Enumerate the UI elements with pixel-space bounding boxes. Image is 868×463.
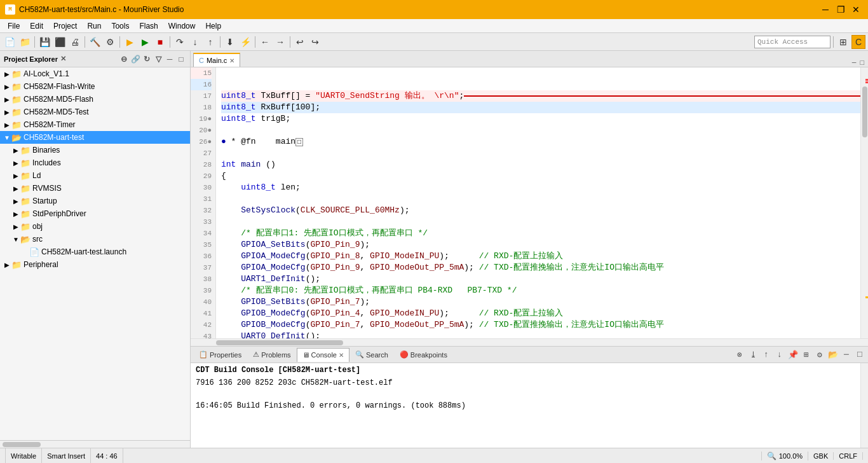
menu-file[interactable]: File [3, 20, 25, 32]
link-editor-button[interactable]: 🔗 [130, 54, 140, 64]
folder-icon: 📁 [11, 120, 22, 130]
tree-item-peripheral[interactable]: ▶ 📁 Peripheral [0, 258, 190, 271]
tab-max-button[interactable]: □ [858, 59, 865, 67]
folder-icon: 📁 [20, 171, 31, 181]
build-all-button[interactable]: ⚙ [103, 35, 117, 49]
status-line-ending: CRLF [834, 452, 863, 460]
perspective-button[interactable]: ⊞ [836, 35, 850, 49]
tree-item-flash-write[interactable]: ▶ 📁 CH582M-Flash-Write [0, 80, 190, 93]
tab-close-button[interactable]: ✕ [229, 57, 234, 64]
menu-run[interactable]: Run [82, 20, 106, 32]
forward-button[interactable]: → [273, 35, 287, 49]
tree-item-obj[interactable]: ▶ 📁 obj [0, 220, 190, 233]
sidebar-minimize-button[interactable]: ─ [165, 54, 175, 64]
back-button[interactable]: ← [258, 35, 272, 49]
debug-button[interactable]: ▶ [123, 35, 137, 49]
minimize-button[interactable]: ─ [818, 3, 832, 17]
step-return-button[interactable]: ↑ [203, 35, 217, 49]
console-settings-button[interactable]: ⚙ [814, 349, 825, 361]
maximize-button[interactable]: ❐ [834, 3, 848, 17]
console-tab-close[interactable]: ✕ [339, 352, 344, 359]
menu-flash[interactable]: Flash [134, 20, 163, 32]
tab-console[interactable]: 🖥 Console ✕ [297, 348, 349, 362]
collapse-all-button[interactable]: ⊖ [119, 54, 129, 64]
tree-item-startup[interactable]: ▶ 📁 Startup [0, 195, 190, 207]
menu-help[interactable]: Help [200, 20, 226, 32]
redo-button[interactable]: ↪ [308, 35, 322, 49]
menu-window[interactable]: Window [163, 20, 201, 32]
console-min-button[interactable]: ─ [841, 349, 852, 361]
scroll-lock-button[interactable]: ⤓ [747, 349, 759, 361]
sidebar-close-icon[interactable]: ✕ [60, 55, 66, 63]
tab-search[interactable]: 🔍 Search [349, 348, 394, 362]
tree-item-stdperiph[interactable]: ▶ 📁 StdPeriphDriver [0, 207, 190, 220]
run-button[interactable]: ▶ [138, 35, 152, 49]
console-area[interactable]: CDT Build Console [CH582M-uart-test] 791… [191, 363, 860, 448]
folder-open-icon: 📂 [11, 133, 22, 142]
tab-breakpoints[interactable]: 🔴 Breakpoints [394, 348, 453, 362]
code-line-40: GPIOB_ModeCfg(GPIO_Pin_7, GPIO_ModeOut_P… [221, 319, 860, 331]
tree-item-src[interactable]: ▼ 📂 src [0, 233, 190, 245]
folder-icon: 📁 [11, 107, 22, 117]
sidebar-maximize-button[interactable]: □ [176, 54, 186, 64]
code-area[interactable]: uint8_t TxBuff[] = "UART0_SendString 输出。… [216, 67, 860, 338]
close-button[interactable]: ✕ [849, 3, 863, 17]
tab-properties[interactable]: 📋 Properties [193, 348, 247, 362]
pin-button[interactable]: 📌 [787, 349, 799, 361]
sidebar-horizontal-scrollbar[interactable] [0, 440, 190, 448]
tree-arrow: ▶ [11, 211, 20, 218]
bottom-vscroll[interactable] [860, 363, 868, 448]
code-line-28: uint8_t len; [221, 182, 860, 193]
hscroll-thumb[interactable] [3, 442, 41, 447]
console-scroll-down[interactable]: ↓ [774, 349, 785, 361]
tree-label: Ld [32, 171, 41, 180]
undo-button[interactable]: ↩ [293, 35, 307, 49]
sync-button[interactable]: ↻ [142, 54, 152, 64]
tree-item-launch[interactable]: ▶ 📄 CH582M-uart-test.launch [0, 245, 190, 258]
tree-item-md5-test[interactable]: ▶ 📁 CH582M-MD5-Test [0, 106, 190, 118]
open-file-button[interactable]: 📂 [827, 349, 839, 361]
print-button[interactable]: 🖨 [68, 35, 82, 49]
save-all-button[interactable]: ⬛ [53, 35, 67, 49]
menu-project[interactable]: Project [48, 20, 82, 32]
tab-console-label: Console [311, 351, 337, 359]
console-max-button[interactable]: □ [854, 349, 865, 361]
sidebar-menu-button[interactable]: ▽ [153, 54, 163, 64]
console-clear-button[interactable]: ⊗ [734, 349, 745, 361]
settings-button[interactable]: C [851, 35, 865, 49]
menu-tools[interactable]: Tools [106, 20, 134, 32]
sidebar-header-left: Project Explorer ✕ [4, 55, 66, 63]
tree-item-timer[interactable]: ▶ 📁 CH582M-Timer [0, 118, 190, 131]
editor-scrollbar[interactable] [860, 67, 868, 338]
editor-hscroll-thumb[interactable] [216, 340, 343, 345]
stop-button[interactable]: ■ [153, 35, 167, 49]
menu-edit[interactable]: Edit [25, 20, 48, 32]
tab-min-button[interactable]: ─ [851, 59, 858, 67]
tree-item-md5-flash[interactable]: ▶ 📁 CH582M-MD5-Flash [0, 93, 190, 106]
status-right: 🔍 100.0% GBK CRLF [761, 452, 863, 460]
new-folder-button[interactable]: 📁 [18, 35, 32, 49]
tree-item-rvmsis[interactable]: ▶ 📁 RVMSIS [0, 182, 190, 195]
status-bar: Writable Smart Insert 44 : 46 🔍 100.0% G… [0, 448, 868, 463]
new-console-button[interactable]: ⊞ [801, 349, 812, 361]
save-button[interactable]: 💾 [37, 35, 51, 49]
editor-tab-main-c[interactable]: C Main.c ✕ [193, 53, 240, 67]
step-into-button[interactable]: ↓ [188, 35, 202, 49]
new-file-button[interactable]: 📄 [3, 35, 17, 49]
tree-item-uart-test[interactable]: ▼ 📂 CH582M-uart-test [0, 131, 190, 144]
quick-access-box[interactable]: Quick Access [754, 36, 831, 48]
console-scroll-up[interactable]: ↑ [761, 349, 772, 361]
editor-hscrollbar[interactable] [191, 338, 868, 346]
flash-button[interactable]: ⚡ [238, 35, 252, 49]
scroll-thumb[interactable] [862, 86, 867, 137]
tab-problems[interactable]: ⚠ Problems [247, 348, 296, 362]
tree-item-ai-lock[interactable]: ▶ 📁 AI-Lock_V1.1 [0, 67, 190, 80]
status-cursor-position: 44 : 46 [91, 448, 123, 463]
download-button[interactable]: ⬇ [223, 35, 237, 49]
tree-item-ld[interactable]: ▶ 📁 Ld [0, 169, 190, 182]
tree-item-binaries[interactable]: ▶ 📁 Binaries [0, 144, 190, 156]
tree-item-includes[interactable]: ▶ 📁 Includes [0, 156, 190, 169]
bottom-tab-bar: 📋 Properties ⚠ Problems 🖥 Console ✕ 🔍 [191, 347, 868, 363]
step-over-button[interactable]: ↷ [173, 35, 187, 49]
build-button[interactable]: 🔨 [88, 35, 102, 49]
